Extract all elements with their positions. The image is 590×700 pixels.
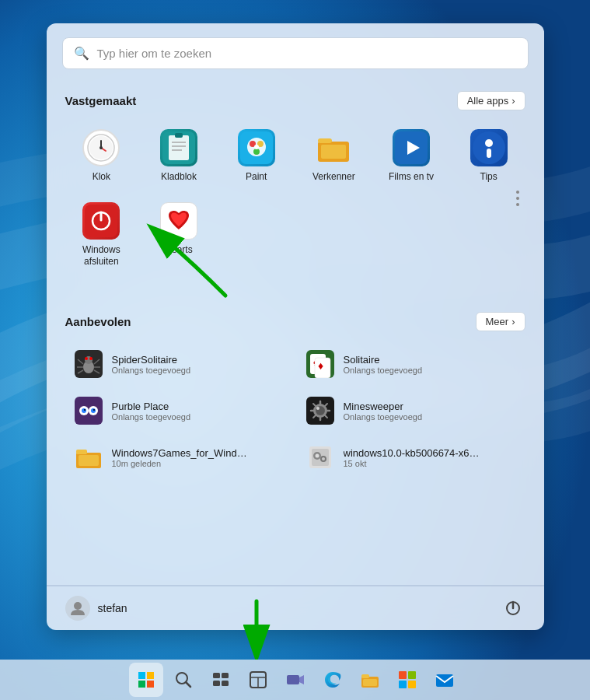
all-apps-button[interactable]: Alle apps › (457, 91, 525, 110)
svg-rect-81 (138, 681, 145, 688)
svg-rect-95 (361, 674, 369, 678)
svg-point-16 (253, 149, 260, 155)
taskbar-explorer[interactable] (353, 663, 387, 697)
scroll-indicator (516, 191, 519, 206)
search-input-placeholder[interactable]: Typ hier om te zoeken (97, 47, 212, 60)
kb5006674-icon (306, 443, 334, 471)
spider-solitaire-name: SpiderSolitaire (112, 354, 191, 366)
svg-rect-23 (473, 131, 505, 164)
pinned-grid: Klok Kladblok (65, 121, 525, 275)
taskbar-store[interactable] (390, 663, 424, 697)
svg-rect-87 (213, 681, 220, 686)
hearts-label: Hearts (165, 244, 192, 255)
recommended-title: Aanbevolen (65, 315, 131, 328)
rec-minesweeper[interactable]: Minesweeper Onlangs toegevoegd (297, 389, 525, 432)
taskbar-widgets[interactable] (241, 663, 275, 697)
taskbar-taskview[interactable] (204, 663, 238, 697)
svg-rect-82 (147, 681, 154, 688)
kladblok-label: Kladblok (161, 171, 197, 182)
taskbar-start[interactable] (129, 663, 163, 697)
svg-text:♦: ♦ (318, 359, 323, 372)
klok-icon (82, 129, 120, 166)
solitaire-icon: ♠ ♦ (306, 350, 334, 378)
minesweeper-name: Minesweeper (344, 401, 423, 412)
spider-solitaire-sub: Onlangs toegevoegd (112, 366, 191, 375)
search-bar[interactable]: 🔍 Typ hier om te zoeken (62, 37, 529, 69)
user-section[interactable]: stefan (65, 596, 127, 621)
scroll-dot-1 (516, 191, 519, 194)
tips-icon (470, 129, 508, 166)
windows-afsluiten-icon (82, 202, 120, 240)
windows7games-sub: 10m geleden (112, 459, 252, 468)
search-icon: 🔍 (74, 46, 89, 61)
svg-rect-79 (138, 672, 145, 679)
purble-place-name: Purble Place (112, 401, 191, 412)
spider-solitaire-icon (75, 350, 103, 378)
app-tips[interactable]: Tips (452, 121, 525, 190)
svg-point-73 (322, 457, 325, 460)
rec-solitaire[interactable]: ♠ ♦ Solitaire Onlangs toegevoegd (297, 342, 525, 386)
recommended-grid: SpiderSolitaire Onlangs toegevoegd ♠ ♦ (65, 342, 525, 479)
svg-rect-88 (222, 681, 229, 686)
svg-point-71 (315, 454, 319, 458)
pinned-area: Klok Kladblok (65, 121, 525, 275)
main-content: Vastgemaakt Alle apps › (47, 77, 544, 585)
kladblok-icon (160, 129, 197, 166)
kb5006674-sub: 15 okt (344, 459, 484, 468)
rec-purble-place[interactable]: Purble Place Onlangs toegevoegd (65, 389, 294, 432)
svg-point-5 (99, 146, 103, 149)
paint-label: Paint (246, 171, 267, 182)
app-kladblok[interactable]: Kladblok (142, 121, 215, 190)
svg-point-49 (82, 408, 86, 413)
svg-rect-66 (76, 450, 87, 454)
svg-rect-67 (79, 455, 99, 466)
purble-place-info: Purble Place Onlangs toegevoegd (112, 401, 191, 422)
meer-button[interactable]: Meer › (476, 312, 525, 331)
svg-rect-25 (487, 149, 491, 158)
app-hearts[interactable]: Hearts (142, 194, 215, 275)
taskbar-mail[interactable] (428, 663, 462, 697)
power-button[interactable] (501, 596, 525, 621)
klok-label: Klok (93, 171, 110, 182)
purble-place-sub: Onlangs toegevoegd (112, 412, 191, 422)
windows7games-info: Windows7Games_for_Windows_11_... 10m gel… (112, 447, 252, 468)
windows7games-name: Windows7Games_for_Windows_11_... (112, 447, 252, 459)
taskbar-edge[interactable] (316, 663, 350, 697)
verkenner-icon (315, 129, 352, 166)
svg-rect-100 (408, 681, 416, 688)
app-klok[interactable]: Klok (65, 121, 138, 190)
minesweeper-icon (306, 397, 334, 425)
app-paint[interactable]: Paint (220, 121, 293, 190)
svg-point-50 (91, 408, 96, 413)
app-films-tv[interactable]: Films en tv (375, 121, 448, 190)
app-windows-afsluiten[interactable]: Windows afsluiten (65, 194, 138, 275)
svg-point-52 (93, 409, 95, 411)
user-avatar (65, 596, 90, 621)
user-name: stefan (98, 602, 127, 614)
taskbar-search[interactable] (166, 663, 201, 697)
start-menu: 🔍 Typ hier om te zoeken Vastgemaakt Alle… (47, 23, 544, 630)
svg-point-39 (85, 357, 88, 360)
svg-rect-101 (436, 674, 453, 687)
svg-line-84 (186, 682, 190, 687)
films-label: Films en tv (389, 171, 434, 182)
app-verkenner[interactable]: Verkenner (297, 121, 370, 190)
rec-windows7games[interactable]: Windows7Games_for_Windows_11_... 10m gel… (65, 436, 294, 479)
rec-spider-solitaire[interactable]: SpiderSolitaire Onlangs toegevoegd (65, 342, 294, 386)
svg-point-74 (74, 602, 82, 610)
pinned-section-header: Vastgemaakt Alle apps › (65, 91, 525, 110)
svg-rect-98 (408, 671, 416, 679)
recommended-section-header: Aanbevolen Meer › (65, 312, 525, 331)
taskbar-teams[interactable] (278, 663, 312, 697)
svg-marker-93 (299, 675, 304, 684)
windows-afsluiten-label: Windows afsluiten (82, 244, 120, 267)
rec-kb5006674[interactable]: windows10.0-kb5006674-x64_c71b... 15 okt (297, 436, 525, 479)
windows7games-icon (75, 443, 103, 471)
kb5006674-name: windows10.0-kb5006674-x64_c71b... (344, 447, 484, 459)
tips-label: Tips (480, 171, 497, 182)
svg-rect-80 (147, 672, 154, 679)
minesweeper-info: Minesweeper Onlangs toegevoegd (344, 401, 423, 422)
minesweeper-sub: Onlangs toegevoegd (344, 412, 423, 422)
svg-rect-86 (222, 673, 229, 678)
verkenner-label: Verkenner (312, 171, 355, 182)
